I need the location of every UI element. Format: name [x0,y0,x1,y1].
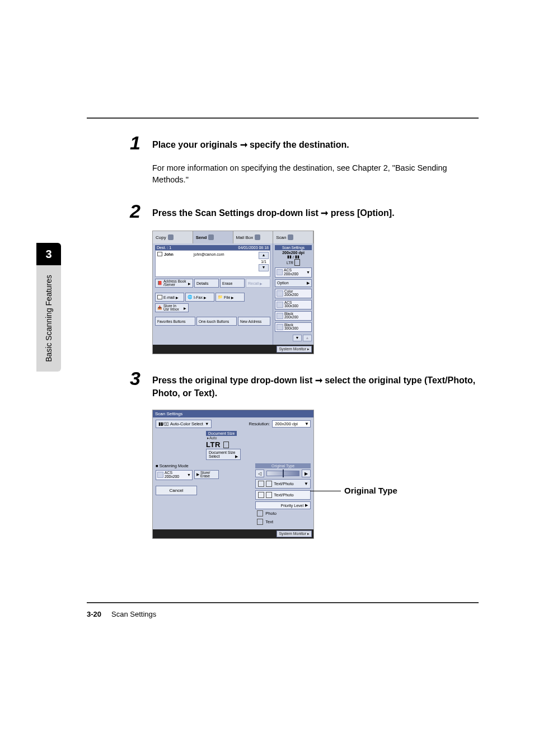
darker-button[interactable]: ▶ [302,469,311,477]
envelope-icon [157,295,162,299]
page-down-button[interactable]: ▼ [259,264,269,271]
book-icon: 📕 [157,281,162,285]
slider-thumb[interactable] [283,469,284,477]
scroll-down-button[interactable]: ▼ [293,335,302,341]
side-tab: 3 Basic Scanning Features [36,243,61,372]
scanning-mode-label: ■ Scanning Mode [156,463,227,468]
cancel-button[interactable]: Cancel [156,486,197,495]
dest-row[interactable]: John john@canon.com [157,252,268,256]
ifax-button[interactable]: 🌐I-Fax▶ [185,293,214,302]
lighter-button[interactable]: ◁ [255,469,264,477]
scan-mode-dropdown[interactable]: ACS 200x200 ▼ [156,470,193,480]
resolution-dropdown[interactable]: 200x200 dpi ▼ [272,420,311,428]
text-photo-icon [258,481,264,487]
tab-copy[interactable]: Copy [153,231,193,243]
recall-label: Recall [248,281,259,285]
store-inbox-button[interactable]: 📥Store In Usr Inbox▶ [155,303,189,312]
page-up-button[interactable]: ▲ [259,252,269,259]
density-slider[interactable]: ◁ ▶ [255,469,311,477]
resolution-row: Resolution: 200x200 dpi ▼ [249,420,311,428]
preset-3[interactable]: Black200x200 [275,311,312,321]
text-label: Text [265,519,273,524]
file-label: File [224,295,230,299]
address-book-button[interactable]: 📕Address Book /Server▶ [155,279,193,288]
side-grey: Basic Scanning Features [36,265,61,372]
resolution-value: 200x200 dpi [275,421,298,426]
chevron-down-icon: ▼ [304,481,308,486]
folder-icon: 📁 [218,295,223,299]
onetouch-button[interactable]: One-touch Buttons [196,317,237,326]
scan-mode-value: ACS 200x200 [165,471,186,479]
dest-count: Dest. : 1 [157,246,171,250]
arrow-icon: ➞ [321,208,328,218]
dest-list: John john@canon.com ▲ 1/1 ▼ [155,250,270,277]
send-screen: Copy Send Mail Box Scan Dest. : 1 04/01/… [152,231,314,354]
text-photo-option[interactable]: Text/Photo [255,490,311,500]
details-button[interactable]: Details [194,279,219,288]
text-option[interactable]: Text [255,518,311,526]
photo-icon [266,492,272,498]
preset-l2: 300x300 [284,304,298,308]
tab-mailbox-label: Mail Box [236,235,254,240]
top-rule [87,118,479,119]
page-icon [223,442,229,448]
scan-res: 200x200 dpi [275,251,312,255]
step-2: 2 Press the Scan Settings drop-down list… [130,201,477,354]
auto-color-select-dropdown[interactable]: ▮▮/▯▯ Auto-Color Select ▼ [156,420,212,428]
chevron-right-icon: ▶ [305,503,308,508]
onetouch-label: One-touch Buttons [199,320,229,323]
side-label: Basic Scanning Features [44,275,53,362]
chevron-right-icon: ▸ [307,532,310,536]
preset-4[interactable]: Black300x300 [275,322,312,332]
scroll-up-button[interactable]: ▲ [303,335,312,341]
tab-scan[interactable]: Scan [273,231,313,243]
document-size-select-button[interactable]: Document Size Select ▶ [206,449,241,460]
recall-button[interactable]: Recall▶ [246,279,270,288]
ltr-text: LTR [206,440,221,449]
send-icon [208,234,214,240]
step1-body: For more information on specifying the d… [152,162,477,186]
callout-label: Original Type [344,486,397,495]
preset-l2: 200x200 [284,293,298,297]
callout-line [310,491,341,491]
erase-button[interactable]: Erase [220,279,245,288]
step3-title: Press the original type drop-down list ➞… [152,374,477,400]
chevron-right-icon: ▶ [307,281,310,285]
chevron-down-icon: ▼ [187,473,191,477]
footer-title: Scan Settings [111,610,156,618]
original-type-dropdown[interactable]: Text/Photo ▼ [255,479,311,489]
slider-track[interactable] [266,471,299,476]
tab-send[interactable]: Send [193,231,233,243]
priority-level-button[interactable]: Priority Level ▶ [255,501,311,509]
system-monitor-button[interactable]: System Monitor ▸ [277,530,312,537]
arrow-icon: ➞ [240,140,247,149]
address-book-label: Address Book /Server [163,280,187,287]
scan-mode-dropdown[interactable]: ACS 200x200 ▼ [275,267,312,278]
system-monitor-button[interactable]: System Monitor ▸ [277,346,312,353]
auto-label: ▸Auto [207,436,311,440]
page-number: 3-20 [87,610,101,618]
favorites-label: Favorites Buttons [157,320,186,323]
new-address-button[interactable]: New Address [238,317,270,326]
option-button[interactable]: Option ▶ [275,279,312,287]
email-button[interactable]: E-mail▶ [155,293,184,302]
favorites-button[interactable]: Favorites Buttons [155,317,195,326]
chevron-right-icon: ▶ [196,473,199,477]
scan-settings-header: Scan Settings [275,245,312,250]
original-type-value: Text/Photo [274,481,293,486]
tab-scan-label: Scan [276,235,286,240]
preset-2[interactable]: ACS300x300 [275,300,312,309]
file-button[interactable]: 📁File▶ [216,293,245,302]
step1-title: Place your originals ➞ specify the desti… [152,138,349,151]
dest-bar: Dest. : 1 04/01/2003 08:18 [155,245,270,250]
chevron-down-icon: ▼ [306,270,310,274]
mode-icon [277,269,283,275]
photo-option[interactable]: Photo [255,509,311,518]
scan-size: LTR [275,259,312,266]
tab-mailbox[interactable]: Mail Box [233,231,274,243]
chevron-right-icon: ▶ [231,295,234,299]
store-erase-button[interactable]: ▶Store/ Erase [194,470,219,479]
step2-title: Press the Scan Settings drop-down list ➞… [152,206,395,219]
preset-l2: 300x300 [284,326,298,330]
preset-1[interactable]: Color200x200 [275,289,312,298]
